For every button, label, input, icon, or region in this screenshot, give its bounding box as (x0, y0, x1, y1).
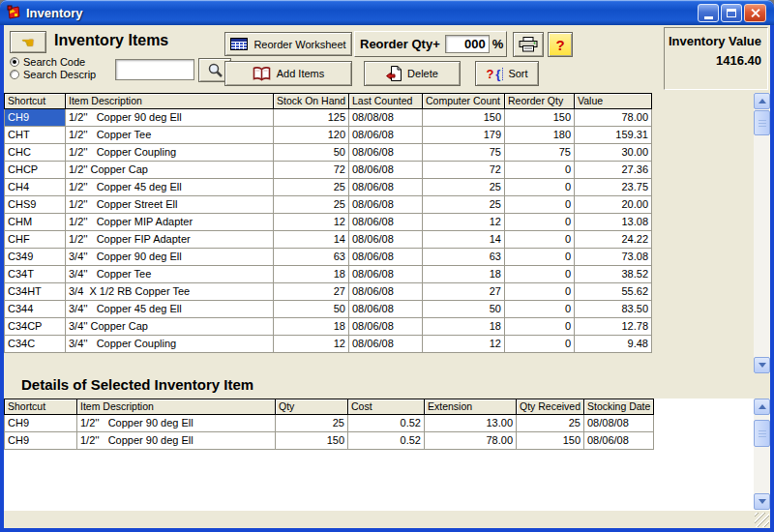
table-row[interactable]: C3443/4'' Copper 45 deg Ell5008/06/08500… (4, 301, 652, 318)
table-cell[interactable]: 25 (517, 415, 584, 432)
table-cell[interactable]: 120 (274, 127, 349, 144)
table-cell[interactable]: CH9 (4, 415, 77, 432)
table-cell[interactable]: 12 (423, 336, 505, 353)
search-code-radio[interactable] (10, 57, 19, 67)
table-cell[interactable]: CHCP (4, 162, 66, 179)
column-header-qty-received[interactable]: Qty Received (517, 399, 584, 415)
table-cell[interactable]: 75 (423, 144, 505, 162)
table-cell[interactable]: 27.36 (575, 162, 652, 179)
search-descrip-label[interactable]: Search Descrip (23, 69, 96, 80)
scrollbar-thumb[interactable] (754, 420, 770, 447)
table-cell[interactable]: 08/06/08 (349, 249, 423, 266)
table-cell[interactable]: 1/2'' Copper Tee (66, 127, 274, 144)
table-cell[interactable]: 63 (423, 249, 505, 266)
table-cell[interactable]: 0 (505, 231, 575, 249)
table-cell[interactable]: 3/4'' Copper Cap (66, 318, 274, 336)
column-header-stocking-date[interactable]: Stocking Date (584, 399, 654, 415)
table-row[interactable]: CHC1/2'' Copper Coupling5008/06/08757530… (4, 144, 652, 162)
table-cell[interactable]: 08/06/08 (349, 318, 423, 336)
table-cell[interactable]: 0.52 (348, 432, 425, 450)
table-cell[interactable]: 63 (274, 249, 349, 266)
table-cell[interactable]: 27 (274, 283, 349, 301)
table-cell[interactable]: 12 (274, 214, 349, 231)
table-cell[interactable]: 1/2'' Copper 45 deg Ell (66, 179, 274, 196)
help-button[interactable]: ? (548, 32, 573, 57)
table-cell[interactable]: 08/06/08 (349, 283, 423, 301)
table-cell[interactable]: 159.31 (575, 127, 652, 144)
table-row[interactable]: C34C3/4'' Copper Coupling1208/06/081209.… (4, 336, 652, 353)
table-cell[interactable]: 08/06/08 (349, 162, 423, 179)
scroll-up-button[interactable] (754, 399, 770, 415)
table-cell[interactable]: 12.78 (575, 318, 652, 336)
table-cell[interactable]: 12 (274, 336, 349, 353)
column-header-extension[interactable]: Extension (425, 399, 517, 415)
table-cell[interactable]: 55.62 (575, 283, 652, 301)
search-descrip-radio[interactable] (10, 70, 19, 79)
add-items-button[interactable]: Add Items (224, 61, 352, 86)
table-cell[interactable]: 1/2'' Copper MIP Adapter (66, 214, 274, 231)
table-cell[interactable]: 0 (505, 214, 575, 231)
table-row[interactable]: CHS91/2'' Copper Street Ell2508/06/08250… (4, 196, 652, 214)
table-row[interactable]: CHF1/2'' Copper FIP Adapter1408/06/08140… (4, 231, 652, 249)
table-cell[interactable]: 83.50 (575, 301, 652, 318)
minimize-button[interactable] (698, 4, 719, 22)
table-cell[interactable]: 0 (505, 266, 575, 283)
table-cell[interactable]: 1/2'' Copper 90 deg Ell (77, 432, 276, 450)
column-header-last-counted[interactable]: Last Counted (349, 93, 423, 109)
table-cell[interactable]: 0 (505, 162, 575, 179)
table-cell[interactable]: 179 (423, 127, 505, 144)
table-row[interactable]: C34HT3/4 X 1/2 RB Copper Tee2708/06/0827… (4, 283, 652, 301)
table-cell[interactable]: 9.48 (575, 336, 652, 353)
table-cell[interactable]: 13.08 (575, 214, 652, 231)
table-cell[interactable]: 08/06/08 (349, 214, 423, 231)
table-cell[interactable]: 72 (423, 162, 505, 179)
table-cell[interactable]: CHT (4, 127, 66, 144)
column-header-item-description[interactable]: Item Description (77, 399, 276, 415)
table-row[interactable]: CH91/2'' Copper 90 deg Ell250.5213.00250… (4, 415, 654, 432)
table-cell[interactable]: 13.00 (425, 415, 517, 432)
table-cell[interactable]: 0 (505, 196, 575, 214)
table-cell[interactable]: 08/06/08 (349, 127, 423, 144)
column-header-cost[interactable]: Cost (348, 399, 425, 415)
table-cell[interactable]: 1/2'' Copper 90 deg Ell (77, 415, 276, 432)
table-cell[interactable]: 0 (505, 179, 575, 196)
table-cell[interactable]: 78.00 (575, 109, 652, 127)
table-cell[interactable]: 25 (423, 179, 505, 196)
table-cell[interactable]: 1/2'' Copper 90 deg Ell (66, 109, 274, 127)
inventory-scrollbar[interactable] (754, 93, 770, 373)
table-cell[interactable]: 180 (505, 127, 575, 144)
reorder-qty-input[interactable] (445, 35, 490, 53)
table-cell[interactable]: 08/06/08 (349, 231, 423, 249)
column-header-value[interactable]: Value (575, 93, 652, 109)
table-cell[interactable]: 14 (274, 231, 349, 249)
table-cell[interactable]: 30.00 (575, 144, 652, 162)
table-row[interactable]: CH91/2'' Copper 90 deg Ell12508/08/08150… (4, 109, 652, 127)
table-cell[interactable]: C349 (4, 249, 66, 266)
table-cell[interactable]: C34T (4, 266, 66, 283)
table-cell[interactable]: 1/2'' Copper FIP Adapter (66, 231, 274, 249)
table-cell[interactable]: 20.00 (575, 196, 652, 214)
table-cell[interactable]: CH4 (4, 179, 66, 196)
table-row[interactable]: CHT1/2'' Copper Tee12008/06/08179180159.… (4, 127, 652, 144)
table-cell[interactable]: CHM (4, 214, 66, 231)
scroll-down-button[interactable] (754, 357, 770, 373)
table-cell[interactable]: 72 (274, 162, 349, 179)
table-cell[interactable]: 08/06/08 (349, 336, 423, 353)
table-cell[interactable]: 14 (423, 231, 505, 249)
table-row[interactable]: CHCP1/2'' Copper Cap7208/06/0872027.36 (4, 162, 652, 179)
table-cell[interactable]: 25 (276, 415, 348, 432)
table-cell[interactable]: 3/4'' Copper Tee (66, 266, 274, 283)
table-cell[interactable]: 25 (423, 196, 505, 214)
table-cell[interactable]: 1/2'' Copper Coupling (66, 144, 274, 162)
table-cell[interactable]: CHS9 (4, 196, 66, 214)
table-cell[interactable]: 08/06/08 (349, 301, 423, 318)
table-cell[interactable]: 75 (505, 144, 575, 162)
table-row[interactable]: C3493/4'' Copper 90 deg Ell6308/06/08630… (4, 249, 652, 266)
title-bar[interactable]: Inventory (0, 0, 774, 25)
table-cell[interactable]: 08/08/08 (584, 415, 654, 432)
table-row[interactable]: C34CP3/4'' Copper Cap1808/06/0818012.78 (4, 318, 652, 336)
column-header-reorder-qty[interactable]: Reorder Qty (505, 93, 575, 109)
table-row[interactable]: CH91/2'' Copper 90 deg Ell1500.5278.0015… (4, 432, 654, 450)
table-cell[interactable]: 3/4'' Copper 45 deg Ell (66, 301, 274, 318)
column-header-stock-on-hand[interactable]: Stock On Hand (274, 93, 349, 109)
